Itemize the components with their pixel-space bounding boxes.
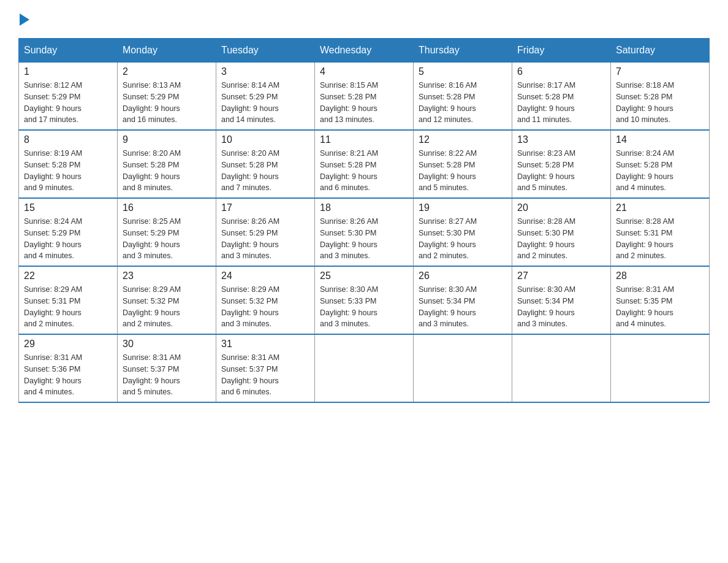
day-info: Sunrise: 8:29 AM Sunset: 5:32 PM Dayligh… xyxy=(123,284,211,330)
day-info: Sunrise: 8:14 AM Sunset: 5:29 PM Dayligh… xyxy=(221,80,309,126)
day-info: Sunrise: 8:30 AM Sunset: 5:33 PM Dayligh… xyxy=(320,284,408,330)
day-cell: 1 Sunrise: 8:12 AM Sunset: 5:29 PM Dayli… xyxy=(19,63,118,131)
day-number: 3 xyxy=(221,66,309,77)
day-info: Sunrise: 8:31 AM Sunset: 5:36 PM Dayligh… xyxy=(24,352,112,398)
calendar-header: SundayMondayTuesdayWednesdayThursdayFrid… xyxy=(19,39,710,63)
day-number: 28 xyxy=(616,270,704,282)
day-cell: 12 Sunrise: 8:22 AM Sunset: 5:28 PM Dayl… xyxy=(414,130,512,198)
day-cell: 2 Sunrise: 8:13 AM Sunset: 5:29 PM Dayli… xyxy=(118,63,216,131)
day-number: 6 xyxy=(517,66,605,77)
day-cell: 26 Sunrise: 8:30 AM Sunset: 5:34 PM Dayl… xyxy=(414,266,512,334)
day-number: 29 xyxy=(24,339,112,350)
week-row-1: 1 Sunrise: 8:12 AM Sunset: 5:29 PM Dayli… xyxy=(19,63,710,131)
day-number: 9 xyxy=(123,134,211,145)
day-info: Sunrise: 8:17 AM Sunset: 5:28 PM Dayligh… xyxy=(517,80,605,126)
header-wednesday: Wednesday xyxy=(315,39,414,63)
day-info: Sunrise: 8:24 AM Sunset: 5:29 PM Dayligh… xyxy=(24,216,112,262)
day-info: Sunrise: 8:30 AM Sunset: 5:34 PM Dayligh… xyxy=(517,284,605,330)
day-cell xyxy=(315,334,414,402)
header-thursday: Thursday xyxy=(414,39,512,63)
day-info: Sunrise: 8:13 AM Sunset: 5:29 PM Dayligh… xyxy=(123,80,211,126)
day-cell: 6 Sunrise: 8:17 AM Sunset: 5:28 PM Dayli… xyxy=(512,63,611,131)
day-cell: 27 Sunrise: 8:30 AM Sunset: 5:34 PM Dayl… xyxy=(512,266,611,334)
day-cell xyxy=(414,334,512,402)
day-info: Sunrise: 8:20 AM Sunset: 5:28 PM Dayligh… xyxy=(123,148,211,194)
day-cell: 5 Sunrise: 8:16 AM Sunset: 5:28 PM Dayli… xyxy=(414,63,512,131)
day-cell: 31 Sunrise: 8:31 AM Sunset: 5:37 PM Dayl… xyxy=(216,334,315,402)
day-number: 1 xyxy=(24,66,112,77)
day-cell: 8 Sunrise: 8:19 AM Sunset: 5:28 PM Dayli… xyxy=(19,130,118,198)
day-cell: 10 Sunrise: 8:20 AM Sunset: 5:28 PM Dayl… xyxy=(216,130,315,198)
day-info: Sunrise: 8:31 AM Sunset: 5:35 PM Dayligh… xyxy=(616,284,704,330)
day-number: 15 xyxy=(24,202,112,213)
day-info: Sunrise: 8:29 AM Sunset: 5:32 PM Dayligh… xyxy=(221,284,309,330)
day-number: 11 xyxy=(320,134,408,145)
day-number: 21 xyxy=(616,202,704,213)
logo-triangle-icon xyxy=(20,13,29,26)
day-number: 2 xyxy=(123,66,211,77)
day-info: Sunrise: 8:28 AM Sunset: 5:31 PM Dayligh… xyxy=(616,216,704,262)
day-info: Sunrise: 8:23 AM Sunset: 5:28 PM Dayligh… xyxy=(517,148,605,194)
header-row: SundayMondayTuesdayWednesdayThursdayFrid… xyxy=(19,39,710,63)
day-number: 27 xyxy=(517,270,605,282)
day-info: Sunrise: 8:19 AM Sunset: 5:28 PM Dayligh… xyxy=(24,148,112,194)
day-info: Sunrise: 8:24 AM Sunset: 5:28 PM Dayligh… xyxy=(616,148,704,194)
day-info: Sunrise: 8:25 AM Sunset: 5:29 PM Dayligh… xyxy=(123,216,211,262)
day-number: 25 xyxy=(320,270,408,282)
day-cell: 11 Sunrise: 8:21 AM Sunset: 5:28 PM Dayl… xyxy=(315,130,414,198)
day-info: Sunrise: 8:27 AM Sunset: 5:30 PM Dayligh… xyxy=(419,216,507,262)
day-cell: 9 Sunrise: 8:20 AM Sunset: 5:28 PM Dayli… xyxy=(118,130,216,198)
day-number: 31 xyxy=(221,339,309,350)
day-number: 5 xyxy=(419,66,507,77)
day-info: Sunrise: 8:21 AM Sunset: 5:28 PM Dayligh… xyxy=(320,148,408,194)
day-number: 24 xyxy=(221,270,309,282)
day-number: 20 xyxy=(517,202,605,213)
day-number: 18 xyxy=(320,202,408,213)
week-row-3: 15 Sunrise: 8:24 AM Sunset: 5:29 PM Dayl… xyxy=(19,198,710,266)
day-cell: 28 Sunrise: 8:31 AM Sunset: 5:35 PM Dayl… xyxy=(611,266,710,334)
day-cell xyxy=(611,334,710,402)
day-number: 4 xyxy=(320,66,408,77)
day-number: 26 xyxy=(419,270,507,282)
day-cell: 20 Sunrise: 8:28 AM Sunset: 5:30 PM Dayl… xyxy=(512,198,611,266)
day-number: 23 xyxy=(123,270,211,282)
day-number: 30 xyxy=(123,339,211,350)
day-number: 22 xyxy=(24,270,112,282)
day-number: 8 xyxy=(24,134,112,145)
day-cell: 7 Sunrise: 8:18 AM Sunset: 5:28 PM Dayli… xyxy=(611,63,710,131)
day-cell: 15 Sunrise: 8:24 AM Sunset: 5:29 PM Dayl… xyxy=(19,198,118,266)
day-info: Sunrise: 8:31 AM Sunset: 5:37 PM Dayligh… xyxy=(123,352,211,398)
day-cell: 24 Sunrise: 8:29 AM Sunset: 5:32 PM Dayl… xyxy=(216,266,315,334)
calendar-table: SundayMondayTuesdayWednesdayThursdayFrid… xyxy=(18,38,710,403)
day-info: Sunrise: 8:20 AM Sunset: 5:28 PM Dayligh… xyxy=(221,148,309,194)
day-number: 16 xyxy=(123,202,211,213)
day-cell: 22 Sunrise: 8:29 AM Sunset: 5:31 PM Dayl… xyxy=(19,266,118,334)
day-number: 19 xyxy=(419,202,507,213)
day-cell: 19 Sunrise: 8:27 AM Sunset: 5:30 PM Dayl… xyxy=(414,198,512,266)
day-cell: 29 Sunrise: 8:31 AM Sunset: 5:36 PM Dayl… xyxy=(19,334,118,402)
day-number: 10 xyxy=(221,134,309,145)
day-info: Sunrise: 8:22 AM Sunset: 5:28 PM Dayligh… xyxy=(419,148,507,194)
day-cell: 23 Sunrise: 8:29 AM Sunset: 5:32 PM Dayl… xyxy=(118,266,216,334)
day-info: Sunrise: 8:31 AM Sunset: 5:37 PM Dayligh… xyxy=(221,352,309,398)
day-info: Sunrise: 8:18 AM Sunset: 5:28 PM Dayligh… xyxy=(616,80,704,126)
day-cell: 4 Sunrise: 8:15 AM Sunset: 5:28 PM Dayli… xyxy=(315,63,414,131)
day-cell: 17 Sunrise: 8:26 AM Sunset: 5:29 PM Dayl… xyxy=(216,198,315,266)
page-header xyxy=(18,12,710,26)
day-info: Sunrise: 8:26 AM Sunset: 5:29 PM Dayligh… xyxy=(221,216,309,262)
day-info: Sunrise: 8:16 AM Sunset: 5:28 PM Dayligh… xyxy=(419,80,507,126)
day-number: 7 xyxy=(616,66,704,77)
day-info: Sunrise: 8:15 AM Sunset: 5:28 PM Dayligh… xyxy=(320,80,408,126)
header-sunday: Sunday xyxy=(19,39,118,63)
day-cell: 18 Sunrise: 8:26 AM Sunset: 5:30 PM Dayl… xyxy=(315,198,414,266)
day-cell: 30 Sunrise: 8:31 AM Sunset: 5:37 PM Dayl… xyxy=(118,334,216,402)
day-info: Sunrise: 8:30 AM Sunset: 5:34 PM Dayligh… xyxy=(419,284,507,330)
week-row-5: 29 Sunrise: 8:31 AM Sunset: 5:36 PM Dayl… xyxy=(19,334,710,402)
day-cell xyxy=(512,334,611,402)
day-cell: 13 Sunrise: 8:23 AM Sunset: 5:28 PM Dayl… xyxy=(512,130,611,198)
day-number: 14 xyxy=(616,134,704,145)
day-info: Sunrise: 8:29 AM Sunset: 5:31 PM Dayligh… xyxy=(24,284,112,330)
calendar-body: 1 Sunrise: 8:12 AM Sunset: 5:29 PM Dayli… xyxy=(19,63,710,403)
week-row-2: 8 Sunrise: 8:19 AM Sunset: 5:28 PM Dayli… xyxy=(19,130,710,198)
day-info: Sunrise: 8:28 AM Sunset: 5:30 PM Dayligh… xyxy=(517,216,605,262)
